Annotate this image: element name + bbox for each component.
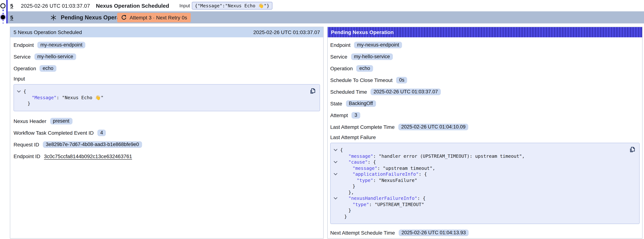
field-label: Workflow Task Completed Event ID (14, 130, 94, 136)
pending-asterisk-icon (50, 11, 57, 24)
copy-icon[interactable] (628, 146, 636, 153)
json-line: } (14, 101, 315, 107)
field-label: Request ID (14, 142, 39, 148)
field-label: Nexus Header (14, 118, 46, 124)
chevron-down-icon[interactable] (333, 197, 338, 200)
json-key: "type" (356, 177, 373, 183)
field-value-badge: echo (40, 65, 56, 72)
field-value-badge: my-hello-service (34, 53, 76, 60)
field-label: Endpoint (14, 42, 34, 48)
field-list: Endpointmy-nexus-endpointServicemy-hello… (330, 41, 640, 131)
field-label: Operation (14, 65, 36, 71)
field-label: State (330, 100, 342, 106)
failure-section-label: Last Attempt Failure (330, 134, 640, 140)
failure-json-viewer: {"message": "handler error (UPSTREAM_TIM… (330, 143, 640, 224)
field-value-badge: 0s (396, 77, 407, 83)
event-detail-panel-pending: Pending Nexus Operation Endpointmy-nexus… (327, 27, 642, 239)
json-line: } (330, 214, 635, 220)
detail-field: Servicemy-hello-service (14, 52, 320, 61)
field-label: Service (14, 54, 30, 60)
json-line: "cause": { (330, 159, 635, 165)
json-line: } (330, 208, 635, 214)
field-value-badge: present (50, 118, 72, 124)
detail-field: Servicemy-hello-service (330, 52, 640, 61)
input-inline-chip: {"Message":"Nexus Echo 👋"} (192, 0, 272, 11)
json-line: "type": "NexusFailure" (330, 177, 635, 183)
copy-icon[interactable] (309, 87, 316, 94)
field-label: Scheduled Time (330, 89, 367, 94)
field-value-badge: BackingOff (346, 100, 376, 107)
panel-title: 5 Nexus Operation Scheduled (14, 29, 82, 35)
json-key: "Message" (32, 94, 56, 100)
json-line: { (330, 147, 635, 153)
json-key: "message" (348, 153, 373, 159)
input-inline-label: Input (180, 0, 190, 11)
detail-field: Endpointmy-nexus-endpoint (330, 41, 640, 49)
detail-field: Schedule To Close Timeout0s (330, 76, 640, 84)
field-value-badge: 3e829b7e-7d67-4b08-aad3-b1e868bfe9e0 (43, 141, 142, 148)
json-line: "type": "UPSTREAM_TIMEOUT" (330, 202, 635, 208)
detail-field: Operationecho (14, 64, 320, 72)
json-key: "cause" (348, 159, 368, 165)
json-line: "message": "handler error (UPSTREAM_TIME… (330, 153, 635, 159)
detail-field: Next Attempt Schedule Time2025-02-26 UTC… (330, 228, 640, 237)
event-node-icon[interactable] (0, 3, 6, 8)
json-line: "Message": "Nexus Echo 👋" (14, 94, 315, 101)
field-value-badge: my-nexus-endpoint (354, 42, 402, 48)
panel-title: Pending Nexus Operation (331, 29, 394, 35)
field-value-badge: 2025-02-26 UTC 01:03:37.07 (371, 88, 441, 95)
event-title: Nexus Operation Scheduled (96, 0, 169, 11)
field-label: Attempt (330, 112, 348, 118)
selected-event-node-icon[interactable] (1, 15, 5, 20)
field-label: Schedule To Close Timeout (330, 77, 392, 83)
chevron-down-icon[interactable] (333, 148, 338, 152)
field-label: Next Attempt Schedule Time (330, 230, 395, 236)
detail-field: Attempt3 (330, 111, 640, 119)
field-value-badge: echo (356, 65, 373, 72)
retry-attempt-badge: Attempt 3 · Next Retry 0s (117, 11, 191, 24)
json-line: "message": "upstream timeout", (330, 165, 635, 171)
panel-header: 5 Nexus Operation Scheduled 2025-02-26 U… (10, 27, 323, 37)
json-line: "applicationFailureInfo": { (330, 171, 635, 177)
json-key: "message" (352, 165, 377, 171)
field-value-badge: 2025-02-26 UTC 01:04:13.93 (398, 229, 469, 236)
retry-icon (121, 14, 127, 20)
detail-field: Operationecho (330, 64, 640, 72)
field-value-badge: my-hello-service (351, 53, 393, 60)
field-label: Last Attempt Complete Time (330, 124, 395, 130)
field-value-badge: 3 (352, 112, 360, 118)
field-value-link[interactable]: 3c0c75ccfa8144b092c13ce632463761 (44, 153, 132, 159)
json-line: } (330, 183, 635, 190)
input-section-label: Input (14, 76, 320, 82)
detail-field: Endpointmy-nexus-endpoint (14, 41, 320, 49)
field-label: Endpoint (330, 42, 350, 48)
detail-field: Endpoint ID3c0c75ccfa8144b092c13ce632463… (14, 152, 320, 160)
event-id-link[interactable]: 5 (10, 0, 13, 11)
field-label: Service (330, 54, 347, 60)
field-value-badge: 4 (98, 130, 106, 136)
chevron-down-icon[interactable] (333, 161, 338, 164)
json-key: "type" (352, 202, 369, 207)
panel-time: 2025-02-26 UTC 01:03:37.07 (253, 29, 320, 35)
chevron-down-icon[interactable] (333, 173, 338, 176)
event-time: 2025-02-26 UTC 01:03:37.07 (21, 0, 90, 11)
json-key: "nexusHandlerFailureInfo" (348, 196, 417, 201)
detail-field: Scheduled Time2025-02-26 UTC 01:03:37.07 (330, 88, 640, 96)
panel-header-pending: Pending Nexus Operation (328, 27, 642, 37)
detail-field: Nexus Headerpresent (14, 117, 320, 125)
field-list: Nexus HeaderpresentWorkflow Task Complet… (14, 117, 320, 160)
field-value-badge: 2025-02-26 UTC 01:04:10.09 (398, 124, 468, 130)
event-row-pending-nexus-operation[interactable]: 5 Pending Nexus Operation Attempt 3 · Ne… (8, 11, 644, 24)
json-line: }, (330, 190, 635, 196)
detail-field: StateBackingOff (330, 99, 640, 108)
chevron-down-icon[interactable] (17, 90, 21, 93)
field-list: Endpointmy-nexus-endpointServicemy-hello… (14, 41, 320, 72)
event-detail-panel-scheduled: 5 Nexus Operation Scheduled 2025-02-26 U… (10, 27, 324, 239)
field-label: Operation (330, 65, 353, 71)
input-json-viewer: {"Message": "Nexus Echo 👋"} (14, 84, 320, 111)
event-row-nexus-operation-scheduled[interactable]: 5 2025-02-26 UTC 01:03:37.07 Nexus Opera… (0, 0, 644, 11)
field-value-badge: my-nexus-endpoint (38, 42, 86, 48)
event-id-link[interactable]: 5 (10, 11, 13, 24)
json-line: "nexusHandlerFailureInfo": { (330, 196, 635, 202)
json-key: "applicationFailureInfo" (352, 171, 419, 177)
